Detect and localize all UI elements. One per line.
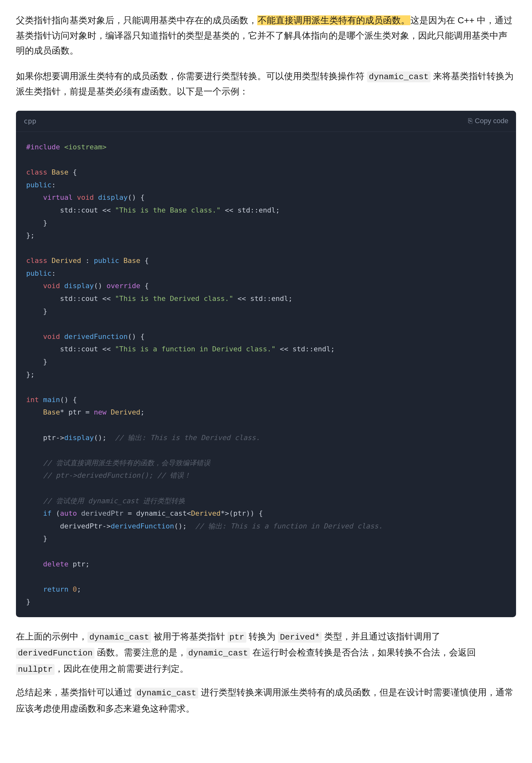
outro-paragraph-2: 总结起来，基类指针可以通过 dynamic_cast 进行类型转换来调用派生类特… [16,685,516,716]
intro-text-before-highlight: 父类指针指向基类对象后，只能调用基类中存在的成员函数， [16,15,257,25]
outro-section: 在上面的示例中，dynamic_cast 被用于将基类指针 ptr 转换为 De… [16,629,516,716]
copy-code-button[interactable]: ⎘ Copy code [468,117,508,125]
highlighted-text: 不能直接调用派生类特有的成员函数。 [257,15,410,25]
inline-code-dc2: dynamic_cast [186,648,250,659]
code-header: cpp ⎘ Copy code [16,111,516,132]
code-pre: #include <iostream> class Base { public:… [26,141,506,608]
outro-paragraph-1: 在上面的示例中，dynamic_cast 被用于将基类指针 ptr 转换为 De… [16,629,516,677]
code-block: cpp ⎘ Copy code #include <iostream> clas… [16,111,516,617]
intro-paragraph-1: 父类指针指向基类对象后，只能调用基类中存在的成员函数，不能直接调用派生类特有的成… [16,13,516,58]
inline-code-ptr: ptr [228,632,246,643]
copy-label: Copy code [475,117,508,125]
copy-icon: ⎘ [468,117,472,125]
inline-code-dc1: dynamic_cast [87,632,151,643]
code-content: #include <iostream> class Base { public:… [16,132,516,617]
inline-code-dynamic-cast: dynamic_cast [367,71,431,82]
inline-code-derived-ptr: Derived* [278,632,322,643]
code-lang-label: cpp [24,115,36,127]
intro-paragraph-2: 如果你想要调用派生类特有的成员函数，你需要进行类型转换。可以使用类型转换操作符 … [16,68,516,99]
inline-code-derived-fn: derivedFunction [16,648,94,659]
inline-code-dc3: dynamic_cast [135,688,198,699]
inline-code-nullptr: nullptr [16,664,54,675]
intro-p2-text: 如果你想要调用派生类特有的成员函数，你需要进行类型转换。可以使用类型转换操作符 [16,71,367,81]
